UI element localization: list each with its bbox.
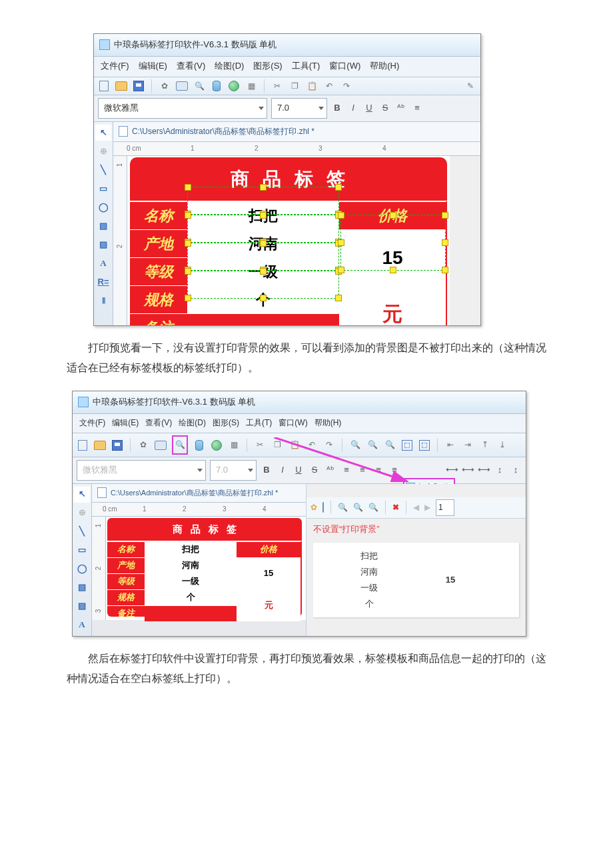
workspace: ↖ ⊕ ╲ ▭ ◯ ▧ ▨ A R= ⦀ C:\Users\Administra… [94, 122, 480, 325]
menu-file[interactable]: 文件(F) [101, 58, 129, 75]
line-tool-icon[interactable]: ╲ [95, 162, 111, 178]
document-tab[interactable]: C:\Users\Administrator\商品标签\商品标签打印.zhl * [92, 484, 306, 503]
ellipse-tool-icon[interactable]: ◯ [74, 561, 90, 577]
selection-outline[interactable] [187, 243, 339, 271]
spacing-icon: ↕ [494, 462, 506, 479]
font-family-combo[interactable]: 微软雅黑 [98, 98, 267, 119]
select-tool-icon[interactable]: ↖ [95, 125, 111, 141]
zoom-in-icon[interactable]: 🔍 [338, 500, 348, 515]
page-number-input[interactable]: 1 [436, 499, 454, 516]
print-icon[interactable] [155, 439, 167, 451]
select-tool-icon[interactable]: ↖ [74, 487, 90, 503]
zoom-in-icon[interactable]: 🔍 [349, 439, 361, 451]
open-icon[interactable] [94, 439, 106, 451]
menu-shape[interactable]: 图形(S) [213, 415, 239, 431]
image-tool-icon[interactable]: ▧ [95, 218, 111, 234]
round-rect-tool-icon[interactable]: ▭ [74, 543, 90, 559]
print-preview-icon[interactable]: 🔍 [193, 80, 205, 92]
print-preview-icon[interactable]: 🔍 [174, 439, 186, 451]
menu-file[interactable]: 文件(F) [79, 415, 105, 431]
print-icon[interactable] [322, 500, 324, 515]
new-icon[interactable] [77, 439, 89, 451]
menu-bar[interactable]: 文件(F) 编辑(E) 查看(V) 绘图(D) 图形(S) 工具(T) 窗口(W… [73, 414, 526, 434]
print-icon[interactable] [176, 80, 188, 92]
selection-outline[interactable] [187, 187, 339, 215]
save-icon[interactable] [133, 80, 145, 92]
selection-outline[interactable] [187, 271, 339, 299]
open-icon[interactable] [115, 80, 127, 92]
menu-window[interactable]: 窗口(W) [329, 58, 360, 75]
selection-outline[interactable] [340, 215, 446, 271]
zoom-out-icon[interactable]: 🔍 [353, 500, 363, 515]
paste-icon[interactable]: 📋 [306, 80, 318, 92]
align-button[interactable]: ≡ [411, 100, 423, 117]
selection-outline[interactable] [187, 215, 339, 243]
menu-help[interactable]: 帮助(H) [314, 415, 342, 431]
grid-icon[interactable]: ▦ [245, 80, 257, 92]
align-center-button: ≡ [356, 462, 368, 479]
picture-tool-icon[interactable]: ▨ [74, 599, 90, 615]
zoom-out-icon[interactable]: 🔍 [366, 439, 378, 451]
design-canvas[interactable]: 商品标签 名称 扫把 价格 产地 河南 15 等级 一级 [127, 156, 450, 326]
menu-draw[interactable]: 绘图(D) [215, 58, 244, 75]
pan-tool-icon[interactable]: ⊕ [74, 505, 90, 521]
design-canvas[interactable]: 商品标签 名称 扫把 价格 产地 河南 15 等级 一级 [106, 517, 306, 620]
menu-help[interactable]: 帮助(H) [370, 58, 399, 75]
database-icon[interactable] [193, 439, 205, 451]
italic-button: I [277, 462, 289, 479]
spacing-icon: ↕ [510, 462, 522, 479]
round-rect-tool-icon[interactable]: ▭ [95, 181, 111, 197]
new-icon[interactable] [98, 80, 110, 92]
strike-button[interactable]: S [379, 100, 391, 117]
menu-edit[interactable]: 编辑(E) [139, 58, 167, 75]
copy-icon[interactable]: ❐ [289, 80, 301, 92]
label-card: 商品标签 名称 扫把 价格 产地 河南 15 等级 一级 [130, 157, 447, 326]
body-paragraph: 然后在标签打印软件中设置打印背景，再打印预览看效果，标签模板和商品信息一起的打印… [67, 649, 546, 689]
text-tool-icon[interactable]: A [95, 255, 111, 271]
document-tab[interactable]: C:\Users\Administrator\商品标签\商品标签打印.zhl * [113, 122, 480, 142]
settings-icon[interactable]: ✿ [310, 500, 317, 515]
menu-draw[interactable]: 绘图(D) [179, 415, 206, 431]
menu-view[interactable]: 查看(V) [145, 415, 172, 431]
redo-icon[interactable]: ↷ [340, 80, 352, 92]
menu-tools[interactable]: 工具(T) [292, 58, 320, 75]
globe-icon[interactable] [211, 439, 223, 451]
menu-bar[interactable]: 文件(F) 编辑(E) 查看(V) 绘图(D) 图形(S) 工具(T) 窗口(W… [94, 57, 480, 78]
line-tool-icon[interactable]: ╲ [74, 524, 90, 540]
font-size-combo[interactable]: 7.0 [271, 98, 327, 119]
undo-icon[interactable]: ↶ [323, 80, 335, 92]
globe-icon[interactable] [228, 80, 240, 92]
settings-icon[interactable]: ✿ [137, 439, 149, 451]
fit-page-icon[interactable] [401, 439, 413, 451]
save-icon[interactable] [111, 439, 123, 451]
cut-icon[interactable]: ✂ [271, 80, 283, 92]
label-val[interactable] [187, 313, 339, 326]
barcode-tool-icon[interactable]: ⦀ [95, 293, 111, 309]
grid-icon[interactable]: ▦ [228, 439, 240, 451]
bold-button[interactable]: B [331, 100, 343, 117]
preview-value: 河南 [320, 564, 418, 581]
menu-shape[interactable]: 图形(S) [253, 58, 282, 75]
zoom-reset-icon[interactable]: 🔍 [384, 439, 396, 451]
workspace: ↖ ⊕ ╲ ▭ ◯ ▧ ▨ A C:\Users\Administrator\商… [73, 484, 306, 636]
italic-button[interactable]: I [347, 100, 359, 117]
pan-tool-icon[interactable]: ⊕ [95, 143, 111, 159]
menu-view[interactable]: 查看(V) [177, 58, 205, 75]
zoom-fit-icon[interactable]: 🔍 [368, 500, 378, 515]
close-preview-icon[interactable]: ✖ [392, 500, 399, 515]
color-picker-icon[interactable]: ✎ [464, 80, 476, 92]
settings-icon[interactable]: ✿ [159, 80, 171, 92]
menu-edit[interactable]: 编辑(E) [112, 415, 139, 431]
underline-button[interactable]: U [363, 100, 375, 117]
image-tool-icon[interactable]: ▧ [74, 580, 90, 596]
menu-window[interactable]: 窗口(W) [279, 415, 307, 431]
richtext-tool-icon[interactable]: R= [95, 274, 111, 290]
ellipse-tool-icon[interactable]: ◯ [95, 199, 111, 215]
char-spacing-button[interactable]: ᴬᵇ [395, 100, 407, 117]
text-tool-icon[interactable]: A [74, 617, 90, 633]
database-icon[interactable] [211, 80, 223, 92]
menu-tools[interactable]: 工具(T) [246, 415, 272, 431]
label-val: 河南 [145, 557, 237, 573]
fit-width-icon[interactable] [418, 439, 430, 451]
picture-tool-icon[interactable]: ▨ [95, 237, 111, 253]
